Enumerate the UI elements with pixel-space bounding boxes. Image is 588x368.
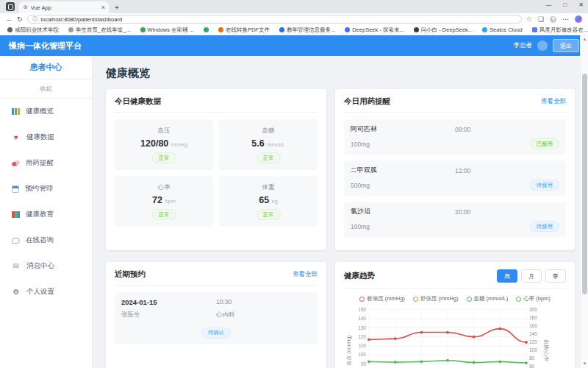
- svg-text:120: 120: [358, 334, 366, 339]
- site-info-icon[interactable]: ⓘ: [33, 15, 38, 23]
- sidebar-item-个人设置[interactable]: ⚙个人设置: [0, 279, 92, 305]
- svg-text:160: 160: [529, 323, 537, 328]
- legend-marker-icon: [359, 297, 365, 302]
- period-button-月[interactable]: 月: [521, 269, 542, 283]
- sidebar-item-消息中心[interactable]: ✉消息中心: [0, 253, 92, 279]
- sidebar-collapse-button[interactable]: 收起: [0, 79, 92, 99]
- tab-close-icon[interactable]: ×: [101, 4, 105, 11]
- appointment-time: 10:30: [216, 298, 311, 306]
- today-health-card: 今日健康数据 血压120/80 mmHg正常血糖5.6 mmol/L正常心率72…: [106, 89, 326, 250]
- collections-icon[interactable]: ❏: [538, 16, 544, 23]
- scroll-up-icon[interactable]: ▲: [581, 37, 588, 41]
- status-badge: 正常: [257, 209, 281, 220]
- logout-button[interactable]: 退出: [553, 39, 579, 52]
- bookmark-item[interactable]: Windows 全家桶 ...: [140, 26, 194, 34]
- sidebar-item-健康数据[interactable]: ♥健康数据: [0, 124, 92, 150]
- bookmark-item[interactable]: 问小白 - DeepSeek...: [414, 26, 473, 34]
- back-icon[interactable]: ←: [6, 16, 12, 23]
- stat-value: 65 kg: [222, 195, 315, 205]
- svg-text:60: 60: [529, 364, 535, 368]
- trend-chart-svg: 6070809010011012013014015002040608010012…: [344, 305, 551, 368]
- bookmark-label: Windows 全家桶 ...: [148, 26, 194, 34]
- stat-label: 心率: [118, 183, 210, 192]
- scroll-down-icon[interactable]: ▼: [581, 361, 588, 366]
- minimize-button[interactable]: —: [545, 1, 551, 8]
- status-badge: 正常: [152, 152, 176, 163]
- settings-ellipsis-icon[interactable]: ⋯: [562, 16, 569, 23]
- bookmark-item[interactable]: DeepSeek - 探索未...: [345, 26, 404, 34]
- stat-label: 血糖: [222, 127, 315, 135]
- tab-title: Vue App: [31, 4, 98, 11]
- sidebar-item-用药提醒[interactable]: 用药提醒: [0, 150, 92, 176]
- stat-box-血压: 血压120/80 mmHg正常: [115, 119, 213, 170]
- new-tab-button[interactable]: +: [115, 4, 119, 12]
- profile-avatar-icon[interactable]: [550, 16, 556, 23]
- legend-item[interactable]: 心率 (bpm): [516, 295, 551, 302]
- sidebar-item-在线咨询[interactable]: 在线咨询: [0, 227, 92, 253]
- bookmark-item[interactable]: 学生首页_在线学堂_...: [68, 26, 131, 34]
- bookmark-label: 风灵月影修改器在...: [539, 26, 588, 34]
- sidebar-item-预约管理[interactable]: 预约管理: [0, 176, 92, 202]
- bookmark-favicon-icon: [7, 27, 12, 32]
- stat-box-心率: 心率72 bpm正常: [115, 176, 213, 227]
- medication-time: 12:00: [455, 167, 559, 174]
- globe-icon: ⊕: [23, 4, 28, 10]
- sidebar-item-健康概览[interactable]: 健康概览: [0, 99, 92, 124]
- view-all-link[interactable]: 查看全部: [293, 270, 318, 279]
- appointment-row[interactable]: 2024-01-1510:30张医生心内科待确认: [115, 292, 318, 344]
- legend-label: 血糖 (mmol/L): [474, 295, 509, 302]
- maximize-button[interactable]: □: [563, 1, 567, 8]
- page-scrollbar[interactable]: ▲ ▼: [580, 35, 588, 368]
- legend-item[interactable]: 收缩压 (mmHg): [359, 295, 405, 302]
- card-title: 今日健康数据: [115, 96, 161, 107]
- trend-chart: 6070809010011012013014015002040608010012…: [344, 305, 566, 368]
- browser-tab[interactable]: ⊕ Vue App ×: [19, 1, 109, 13]
- medication-row[interactable]: 二甲双胍12:00500mg待服用: [344, 160, 566, 196]
- svg-text:100: 100: [358, 352, 366, 357]
- status-badge: 待服用: [530, 221, 560, 232]
- sidebar: 患者中心 收起 健康概览♥健康数据用药提醒预约管理健康教育在线咨询✉消息中心⚙个…: [0, 56, 93, 368]
- bookmark-item[interactable]: [204, 27, 209, 32]
- appointment-doctor: 张医生: [121, 311, 216, 319]
- bookmark-item[interactable]: 教学管理信息服务...: [279, 26, 335, 34]
- sidebar-item-label: 健康概览: [26, 107, 54, 116]
- favorites-star-icon[interactable]: ☆: [526, 16, 532, 23]
- close-button[interactable]: ✕: [578, 1, 584, 8]
- status-badge: 正常: [257, 152, 281, 163]
- medication-time: 08:00: [455, 126, 559, 133]
- calendar-icon: [12, 185, 19, 193]
- appointments-card: 近期预约 查看全部 2024-01-1510:30张医生心内科待确认: [106, 262, 326, 368]
- url-field[interactable]: ⓘ localhost:8080/patient/dashboard: [27, 15, 522, 24]
- period-button-季[interactable]: 季: [545, 269, 566, 283]
- period-button-周[interactable]: 周: [497, 269, 517, 283]
- scrollbar-thumb[interactable]: [582, 74, 587, 294]
- view-all-link[interactable]: 查看全部: [541, 97, 566, 106]
- stat-box-血糖: 血糖5.6 mmol/L正常: [219, 119, 318, 170]
- copilot-icon[interactable]: [575, 15, 582, 23]
- medication-row[interactable]: 阿司匹林08:00100mg已服用: [344, 119, 566, 155]
- trend-card: 健康趋势 周月季 收缩压 (mmHg)舒张压 (mmHg)血糖 (mmol/L)…: [335, 262, 575, 368]
- bookmark-favicon-icon: [140, 27, 146, 32]
- gear-icon: ⚙: [12, 289, 21, 296]
- sidebar-item-label: 在线咨询: [26, 236, 54, 245]
- sidebar-item-健康教育[interactable]: 健康教育: [0, 202, 92, 227]
- bookmark-item[interactable]: Sealos Cloud: [482, 26, 523, 33]
- medication-name: 阿司匹林: [351, 124, 455, 134]
- svg-text:140: 140: [529, 331, 537, 336]
- user-avatar[interactable]: [537, 40, 548, 51]
- legend-item[interactable]: 血糖 (mmol/L): [467, 295, 509, 302]
- bookmark-favicon-icon: [532, 27, 537, 32]
- books-icon: [12, 211, 20, 218]
- bookmark-item[interactable]: 咸阳职业技术学院: [7, 26, 59, 34]
- web-page: 慢病一体化管理平台 李患者 退出 患者中心 收起 健康概览♥健康数据用药提醒预约…: [0, 35, 588, 368]
- bookmark-item[interactable]: 在线转换PDF文件: [218, 26, 270, 34]
- bookmark-item[interactable]: 风灵月影修改器在...: [532, 26, 588, 34]
- bookmark-favicon-icon: [218, 27, 223, 32]
- medication-dose: 100mg: [351, 223, 455, 230]
- medication-row[interactable]: 氯沙坦20:00100mg待服用: [344, 202, 566, 237]
- workspace-icon[interactable]: [6, 2, 15, 11]
- sidebar-item-label: 用药提醒: [26, 158, 54, 168]
- refresh-icon[interactable]: ↻: [17, 16, 23, 23]
- medication-name: 二甲双胍: [351, 166, 455, 175]
- legend-item[interactable]: 舒张压 (mmHg): [413, 295, 459, 302]
